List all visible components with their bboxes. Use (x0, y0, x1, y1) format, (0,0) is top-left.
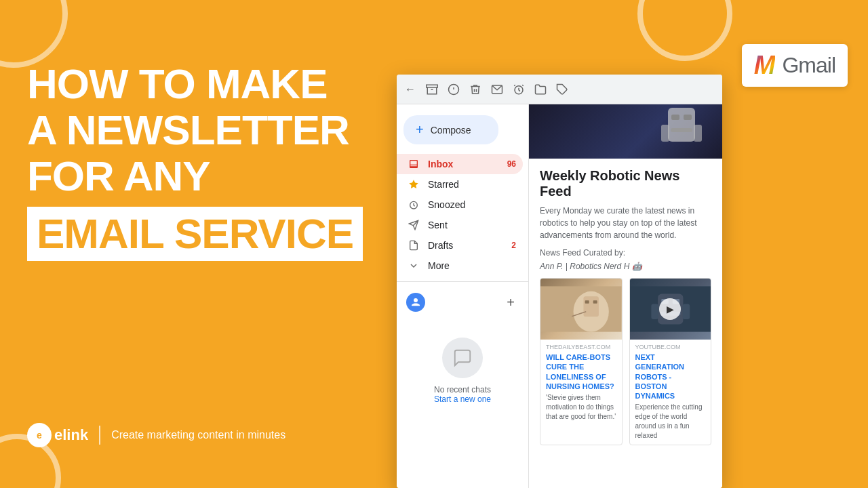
email-content: Weekly Robotic News Feed Every Monday we… (529, 159, 722, 455)
card-source-2: YOUTUBE.COM (635, 344, 706, 350)
no-chats-area: No recent chats Start a new one (397, 317, 528, 424)
headline: HOW TO MAKE A NEWSLETTER FOR ANY EMAIL S… (27, 61, 387, 261)
svg-rect-14 (661, 125, 669, 142)
sidebar-item-inbox[interactable]: Inbox 96 (397, 154, 523, 174)
gmail-toolbar: ← (397, 75, 722, 104)
sent-label: Sent (428, 220, 516, 230)
email-curator-label: News Feed Curated by: (540, 248, 711, 258)
svg-rect-12 (684, 115, 692, 120)
report-icon[interactable] (447, 83, 460, 96)
svg-rect-19 (585, 300, 589, 303)
compose-button[interactable]: + Compose (403, 115, 498, 144)
snoozed-icon (406, 197, 421, 212)
headline-highlight: EMAIL SERVICE (37, 210, 353, 257)
sidebar-item-drafts[interactable]: Drafts 2 (397, 235, 523, 256)
svg-rect-18 (583, 296, 598, 317)
svg-point-9 (414, 298, 418, 302)
add-account-button[interactable]: + (502, 294, 519, 310)
headline-line3: FOR ANY (27, 153, 387, 199)
email-header-image (529, 104, 722, 159)
email-description: Every Monday we curate the latest news i… (540, 205, 711, 241)
gmail-text: Gmail (782, 53, 835, 78)
drafts-icon (406, 238, 421, 253)
email-title: Weekly Robotic News Feed (540, 168, 711, 199)
email-panel: Weekly Robotic News Feed Every Monday we… (529, 104, 722, 488)
no-chats-text: No recent chats (434, 385, 491, 394)
drafts-label: Drafts (428, 240, 511, 251)
tag-icon[interactable] (555, 83, 569, 96)
email-icon[interactable] (490, 83, 504, 96)
email-cards: THEDAILYBEAST.COM WILL CARE-BOTS CURE TH… (540, 278, 711, 445)
svg-rect-15 (694, 125, 702, 142)
sidebar-item-starred[interactable]: Starred (397, 174, 523, 195)
card-image-robot2: ▶ (630, 279, 711, 340)
headline-line2: A NEWSLETTER (27, 107, 387, 153)
branding-area: e elink Create marketing content in minu… (27, 423, 285, 447)
svg-rect-13 (671, 128, 692, 132)
gmail-body: + Compose Inbox 96 Starred (397, 104, 722, 488)
delete-icon[interactable] (469, 83, 482, 96)
left-content: HOW TO MAKE A NEWSLETTER FOR ANY EMAIL S… (27, 61, 387, 261)
elink-logo: e elink (27, 423, 88, 447)
archive-icon[interactable] (425, 83, 439, 96)
svg-rect-28 (651, 304, 658, 319)
email-curator-name: Ann P. | Robotics Nerd H 🤖 (540, 262, 711, 271)
inbox-badge: 96 (507, 159, 516, 169)
sidebar-divider (397, 281, 528, 282)
back-icon[interactable]: ← (403, 83, 417, 96)
headline-line1: HOW TO MAKE (27, 61, 387, 107)
compose-label: Compose (431, 125, 471, 136)
card-source-1: THEDAILYBEAST.COM (546, 344, 616, 350)
email-card-1[interactable]: THEDAILYBEAST.COM WILL CARE-BOTS CURE TH… (540, 278, 623, 445)
email-card-2[interactable]: ▶ YOUTUBE.COM NEXT GENERATION ROBOTS - B… (629, 278, 712, 445)
card-excerpt-1: 'Stevie gives them motivation to do thin… (546, 393, 616, 422)
more-label: More (428, 260, 516, 271)
more-chevron-icon (406, 258, 421, 273)
start-chat-link[interactable]: Start a new one (434, 394, 491, 404)
sidebar-item-more[interactable]: More (397, 256, 523, 276)
card-excerpt-2: Experience the cutting edge of the world… (635, 403, 706, 441)
card-title-2: NEXT GENERATION ROBOTS - BOSTON DYNAMICS (635, 352, 706, 401)
svg-rect-11 (671, 115, 679, 120)
svg-rect-20 (593, 300, 597, 303)
svg-rect-10 (668, 108, 695, 142)
elink-icon-letter: e (37, 430, 42, 441)
card-title-1: WILL CARE-BOTS CURE THE LONELINESS OF NU… (546, 352, 616, 391)
card-image-robot1 (540, 279, 622, 340)
inbox-icon (406, 157, 421, 171)
svg-marker-6 (409, 180, 418, 188)
compose-plus-icon: + (416, 122, 424, 138)
svg-point-22 (564, 314, 572, 321)
avatar (406, 293, 425, 312)
snoozed-label: Snoozed (428, 199, 516, 210)
headline-highlight-box: EMAIL SERVICE (27, 207, 363, 261)
gmail-window: ← + Compose (397, 75, 722, 488)
svg-rect-29 (682, 304, 689, 319)
play-button[interactable]: ▶ (659, 298, 681, 320)
drafts-badge: 2 (511, 241, 516, 250)
sidebar-item-snoozed[interactable]: Snoozed (397, 195, 523, 215)
branding-divider (99, 426, 100, 445)
snooze-icon[interactable] (512, 83, 526, 96)
elink-icon: e (27, 423, 52, 447)
elink-name: elink (54, 426, 88, 444)
sent-icon (406, 218, 421, 232)
gmail-m-icon: M (754, 51, 776, 80)
folder-icon[interactable] (534, 83, 547, 96)
gmail-logo-overlay: M Gmail (742, 44, 848, 87)
inbox-label: Inbox (428, 159, 507, 169)
sidebar-footer: + (397, 287, 528, 317)
card-body-1: THEDAILYBEAST.COM WILL CARE-BOTS CURE TH… (540, 340, 622, 426)
no-chats-icon (442, 338, 483, 378)
gmail-sidebar: + Compose Inbox 96 Starred (397, 104, 529, 488)
tagline: Create marketing content in minutes (111, 429, 285, 441)
star-icon (406, 177, 421, 192)
sidebar-item-sent[interactable]: Sent (397, 215, 523, 235)
starred-label: Starred (428, 179, 516, 190)
card-body-2: YOUTUBE.COM NEXT GENERATION ROBOTS - BOS… (630, 340, 711, 445)
